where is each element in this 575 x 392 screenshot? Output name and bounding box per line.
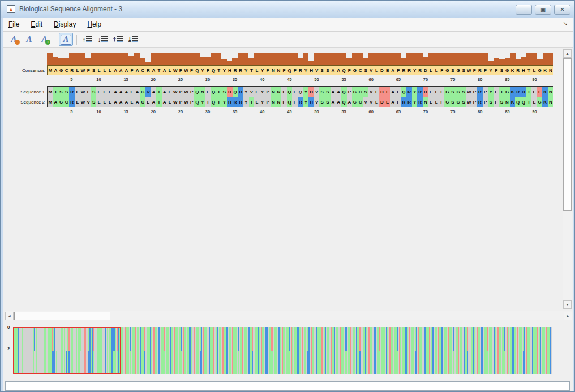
- residue-cell[interactable]: C: [140, 97, 145, 107]
- menu-edit[interactable]: Edit: [25, 19, 48, 30]
- consensus-cell[interactable]: Y: [243, 66, 249, 75]
- consensus-cell[interactable]: Q: [341, 66, 347, 75]
- residue-cell[interactable]: F: [205, 87, 211, 97]
- status-field[interactable]: [5, 381, 570, 391]
- residue-cell[interactable]: F: [292, 97, 298, 107]
- consensus-cell[interactable]: R: [417, 66, 423, 75]
- residue-cell[interactable]: T: [499, 87, 505, 97]
- residue-cell[interactable]: P: [265, 97, 271, 107]
- consensus-cell[interactable]: L: [75, 66, 80, 75]
- consensus-cell[interactable]: Y: [222, 66, 228, 75]
- residue-cell[interactable]: A: [113, 97, 118, 107]
- residue-cell[interactable]: L: [374, 87, 380, 97]
- scroll-up-arrow[interactable]: ▲: [563, 49, 572, 58]
- residue-cell[interactable]: L: [96, 97, 102, 107]
- residue-cell[interactable]: W: [80, 97, 86, 107]
- residue-cell[interactable]: S: [64, 87, 70, 97]
- residue-cell[interactable]: R: [401, 97, 407, 107]
- residue-cell[interactable]: L: [167, 87, 173, 97]
- residue-cell[interactable]: A: [331, 87, 336, 97]
- consensus-cell[interactable]: Y: [412, 66, 418, 75]
- residue-cell[interactable]: T: [156, 97, 162, 107]
- move-sequence-to-top-button[interactable]: ⤒: [111, 33, 125, 46]
- residue-cell[interactable]: R: [69, 97, 75, 107]
- consensus-cell[interactable]: A: [135, 66, 140, 75]
- increase-fontsize-button[interactable]: A+: [37, 33, 52, 46]
- residue-cell[interactable]: Q: [341, 87, 347, 97]
- consensus-cell[interactable]: Y: [488, 66, 494, 75]
- residue-cell[interactable]: L: [102, 97, 108, 107]
- consensus-cell[interactable]: R: [406, 66, 412, 75]
- residue-cell[interactable]: A: [118, 87, 124, 97]
- residue-cell[interactable]: F: [85, 87, 91, 97]
- residue-cell[interactable]: L: [531, 97, 537, 107]
- residue-cell[interactable]: G: [456, 97, 461, 107]
- residue-cell[interactable]: P: [483, 97, 488, 107]
- menu-file[interactable]: File: [3, 19, 25, 30]
- residue-cell[interactable]: A: [347, 97, 353, 107]
- residue-cell[interactable]: T: [53, 87, 59, 97]
- residue-cell[interactable]: Q: [287, 97, 293, 107]
- residue-cell[interactable]: Q: [298, 87, 303, 97]
- consensus-cell[interactable]: V: [368, 66, 374, 75]
- residue-cell[interactable]: Y: [303, 87, 309, 97]
- residue-cell[interactable]: G: [537, 97, 543, 107]
- residue-cell[interactable]: V: [314, 87, 320, 97]
- residue-cell[interactable]: R: [477, 97, 483, 107]
- consensus-cell[interactable]: M: [48, 66, 53, 75]
- consensus-row[interactable]: MAGCRLWFSLLLAAAFACRATALWPWPQYFQTYHRRYTLY…: [47, 65, 553, 75]
- minimize-button[interactable]: —: [516, 5, 532, 15]
- residue-cell[interactable]: S: [461, 97, 466, 107]
- residue-cell[interactable]: S: [499, 97, 505, 107]
- residue-cell[interactable]: F: [396, 87, 401, 97]
- residue-cell[interactable]: G: [444, 87, 450, 97]
- consensus-cell[interactable]: R: [238, 66, 243, 75]
- residue-cell[interactable]: H: [308, 97, 314, 107]
- residue-cell[interactable]: R: [477, 87, 483, 97]
- residue-cell[interactable]: G: [58, 97, 64, 107]
- residue-cell[interactable]: D: [379, 97, 385, 107]
- consensus-cell[interactable]: F: [494, 66, 499, 75]
- consensus-cell[interactable]: S: [91, 66, 97, 75]
- consensus-cell[interactable]: P: [265, 66, 271, 75]
- consensus-cell[interactable]: T: [216, 66, 222, 75]
- residue-cell[interactable]: S: [363, 87, 368, 97]
- residue-cell[interactable]: D: [379, 87, 385, 97]
- consensus-cell[interactable]: K: [510, 66, 516, 75]
- consensus-cell[interactable]: F: [396, 66, 401, 75]
- consensus-cell[interactable]: C: [358, 66, 363, 75]
- consensus-cell[interactable]: R: [401, 66, 407, 75]
- consensus-cell[interactable]: G: [444, 66, 450, 75]
- consensus-cell[interactable]: G: [504, 66, 510, 75]
- residue-cell[interactable]: L: [75, 97, 80, 107]
- consensus-cell[interactable]: N: [548, 66, 553, 75]
- vertical-scrollbar[interactable]: ▲ ▼: [563, 49, 572, 309]
- consensus-cell[interactable]: S: [499, 66, 505, 75]
- residue-cell[interactable]: S: [319, 87, 325, 97]
- residue-cell[interactable]: V: [363, 97, 368, 107]
- residue-cell[interactable]: R: [417, 87, 423, 97]
- residue-cell[interactable]: F: [292, 87, 298, 97]
- residue-cell[interactable]: F: [129, 87, 135, 97]
- residue-cell[interactable]: L: [531, 87, 537, 97]
- residue-cell[interactable]: T: [526, 97, 532, 107]
- consensus-cell[interactable]: D: [379, 66, 385, 75]
- move-sequence-down-button[interactable]: ↓: [96, 33, 110, 46]
- residue-cell[interactable]: L: [108, 97, 113, 107]
- residue-cell[interactable]: P: [347, 87, 353, 97]
- residue-cell[interactable]: L: [434, 87, 439, 97]
- consensus-cell[interactable]: F: [129, 66, 135, 75]
- consensus-cell[interactable]: Q: [211, 66, 216, 75]
- menu-display[interactable]: Display: [48, 19, 81, 30]
- residue-cell[interactable]: L: [494, 87, 499, 97]
- residue-cell[interactable]: Q: [194, 97, 200, 107]
- residue-cell[interactable]: A: [336, 87, 341, 97]
- consensus-cell[interactable]: A: [118, 66, 124, 75]
- undock-arrow-icon[interactable]: ↘: [563, 20, 568, 27]
- consensus-cell[interactable]: Y: [260, 66, 265, 75]
- consensus-cell[interactable]: R: [233, 66, 238, 75]
- residue-cell[interactable]: S: [450, 97, 456, 107]
- residue-cell[interactable]: Y: [243, 87, 249, 97]
- consensus-cell[interactable]: T: [156, 66, 162, 75]
- residue-cell[interactable]: L: [75, 87, 80, 97]
